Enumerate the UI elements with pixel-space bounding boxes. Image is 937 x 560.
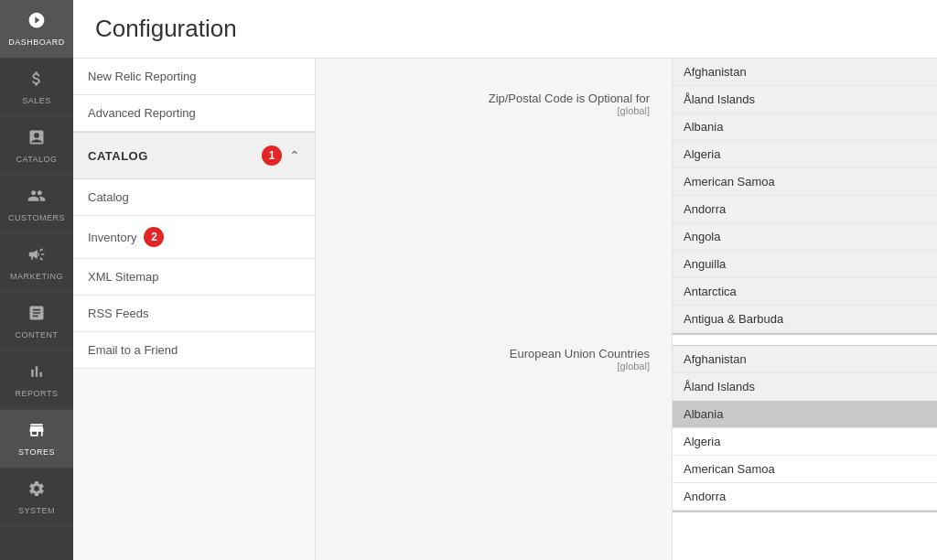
country-list-2: Afghanistan Åland Islands Albania Algeri… [673, 346, 937, 512]
sidebar-item-label-customers: CUSTOMERS [8, 213, 65, 222]
nav-item-inventory[interactable]: Inventory 2 [73, 216, 315, 259]
country-list-1: Afghanistan Åland Islands Albania Algeri… [673, 59, 937, 335]
nav-item-email-to-friend[interactable]: Email to a Friend [73, 332, 315, 369]
sidebar-item-label-marketing: MARKETING [10, 272, 63, 281]
list-item[interactable]: Andorra [673, 483, 937, 511]
stores-icon [27, 421, 46, 444]
sidebar-item-label-catalog: CATALOG [16, 155, 57, 164]
sidebar-item-label-dashboard: DASHBOARD [8, 38, 65, 47]
list-item[interactable]: Albania [673, 113, 937, 141]
list-item[interactable]: Åland Islands [673, 86, 937, 113]
inventory-badge: 2 [144, 227, 164, 247]
chevron-up-icon: ⌃ [289, 148, 300, 163]
left-nav-panel: New Relic Reporting Advanced Reporting C… [73, 59, 316, 560]
sidebar-item-label-content: CONTENT [16, 330, 59, 339]
nav-item-xml-sitemap[interactable]: XML Sitemap [73, 259, 315, 296]
right-panel: Afghanistan Åland Islands Albania Algeri… [672, 59, 937, 560]
zip-global-tag: [global] [338, 105, 650, 116]
catalog-section-title: CATALOG [88, 149, 262, 163]
list-item-selected[interactable]: Albania [673, 401, 937, 428]
nav-item-advanced-reporting[interactable]: Advanced Reporting [73, 95, 315, 132]
zip-label: Zip/Postal Code is Optional for [489, 92, 650, 105]
list-item[interactable]: Algeria [673, 141, 937, 168]
content-icon [27, 304, 46, 327]
list-item[interactable]: Antigua & Barbuda [673, 306, 937, 333]
catalog-icon [27, 128, 46, 151]
list-divider [673, 335, 937, 346]
sidebar-item-sales[interactable]: SALES [0, 59, 73, 117]
middle-panel: Zip/Postal Code is Optional for [global]… [316, 59, 672, 560]
list-item[interactable]: Afghanistan [673, 346, 937, 373]
sidebar-item-label-stores: STORES [18, 447, 55, 457]
marketing-icon [27, 245, 46, 268]
sidebar-item-catalog[interactable]: CATALOG [0, 117, 73, 176]
list-item[interactable]: Andorra [673, 196, 937, 223]
list-item[interactable]: Åland Islands [673, 373, 937, 401]
sidebar-item-label-sales: SALES [22, 96, 51, 105]
sidebar-item-dashboard[interactable]: DASHBOARD [0, 0, 73, 59]
list-item[interactable]: American Samoa [673, 456, 937, 483]
catalog-badge: 1 [262, 145, 282, 166]
sidebar-item-customers[interactable]: CUSTOMERS [0, 176, 73, 234]
sidebar-item-marketing[interactable]: MARKETING [0, 234, 73, 293]
sidebar-item-stores[interactable]: STORES [0, 410, 73, 468]
list-item[interactable]: American Samoa [673, 168, 937, 196]
sidebar-item-content[interactable]: CONTENT [0, 293, 73, 351]
eu-label: European Union Countries [510, 347, 650, 361]
country-list-1-items: Afghanistan Åland Islands Albania Algeri… [673, 59, 937, 333]
sales-icon [27, 70, 46, 92]
catalog-section-header[interactable]: CATALOG 1 ⌃ [73, 132, 315, 179]
customers-icon [27, 187, 46, 210]
list-item[interactable]: Algeria [673, 428, 937, 456]
reports-icon [27, 362, 46, 385]
list-item[interactable]: Afghanistan [673, 59, 937, 86]
sidebar-item-system[interactable]: SYSTEM [0, 468, 73, 527]
list-item[interactable]: Antarctica [673, 278, 937, 306]
nav-item-catalog[interactable]: Catalog [73, 179, 315, 216]
sidebar-item-reports[interactable]: REPORTS [0, 351, 73, 410]
list-item[interactable]: Angola [673, 223, 937, 251]
page-title: Configuration [95, 15, 237, 43]
eu-section: European Union Countries [global] [316, 332, 672, 386]
list-item[interactable]: Anguilla [673, 251, 937, 278]
dashboard-icon [27, 11, 46, 34]
country-list-2-items: Afghanistan Åland Islands Albania Algeri… [673, 346, 937, 511]
page-header: Configuration [73, 0, 937, 59]
nav-item-rss-feeds[interactable]: RSS Feeds [73, 296, 315, 332]
content-area: New Relic Reporting Advanced Reporting C… [73, 59, 937, 560]
sidebar: DASHBOARD SALES CATALOG CUSTOMERS MARKET… [0, 0, 73, 560]
sidebar-item-label-reports: REPORTS [16, 389, 59, 398]
sidebar-item-label-system: SYSTEM [18, 506, 55, 515]
main-area: Configuration New Relic Reporting Advanc… [73, 0, 937, 560]
system-icon [27, 479, 46, 502]
eu-global-tag: [global] [338, 361, 650, 372]
nav-item-new-relic[interactable]: New Relic Reporting [73, 59, 315, 95]
zip-section: Zip/Postal Code is Optional for [global] [316, 77, 672, 131]
